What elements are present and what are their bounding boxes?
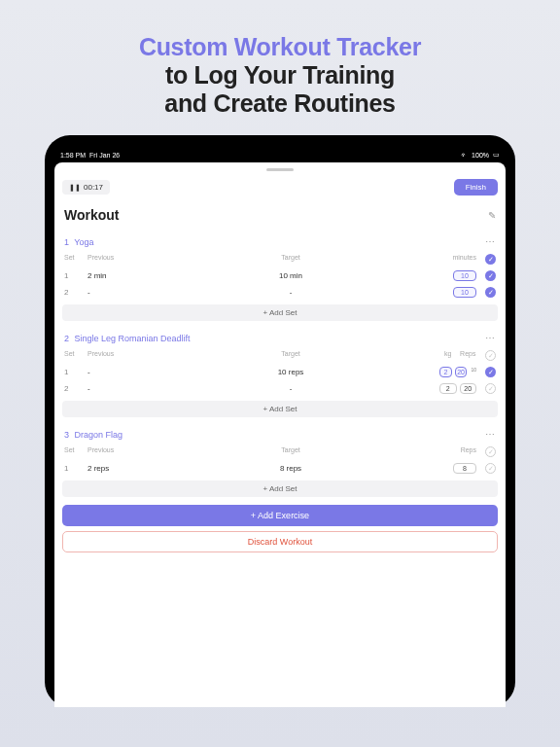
exercise-title[interactable]: 1 Yoga bbox=[64, 237, 94, 247]
workout-timer[interactable]: ❚❚ 00:17 bbox=[62, 180, 110, 195]
kg-input[interactable]: 2 bbox=[439, 383, 457, 394]
column-header: Set Previous Target minutes ✓ bbox=[54, 252, 506, 267]
exercise-block: 3 Dragon Flag ⋯ Set Previous Target Reps… bbox=[54, 425, 506, 497]
status-time: 1:58 PM bbox=[60, 152, 86, 159]
reps-input[interactable]: 20 bbox=[460, 383, 477, 394]
add-set-button[interactable]: + Add Set bbox=[62, 304, 498, 321]
tablet-frame: 1:58 PM Fri Jan 26 ᯤ 100% ▭ ❚❚ 00:17 Fin… bbox=[45, 135, 515, 707]
check-all-icon[interactable]: ✓ bbox=[485, 254, 496, 265]
battery-percent: 100% bbox=[472, 152, 489, 159]
reps-input[interactable]: 8 bbox=[453, 463, 476, 474]
exercise-block: 1 Yoga ⋯ Set Previous Target minutes ✓ 1… bbox=[54, 232, 506, 321]
kg-input[interactable]: 2 bbox=[439, 367, 452, 377]
promo-headline: Custom Workout Tracker to Log Your Train… bbox=[0, 0, 560, 135]
set-row: 2 - - 10 ✓ bbox=[54, 284, 506, 301]
exercise-block: 2 Single Leg Romanian Deadlift ⋯ Set Pre… bbox=[54, 329, 506, 417]
status-date: Fri Jan 26 bbox=[89, 152, 120, 159]
exercise-title[interactable]: 3 Dragon Flag bbox=[64, 430, 122, 440]
sheet-drag-handle[interactable] bbox=[266, 168, 294, 171]
finish-button[interactable]: Finish bbox=[454, 179, 498, 196]
app-screen: ❚❚ 00:17 Finish Workout ✎ 1 Yoga ⋯ Set P… bbox=[54, 162, 506, 707]
page-title: Workout bbox=[64, 207, 120, 223]
exercise-title[interactable]: 2 Single Leg Romanian Deadlift bbox=[64, 334, 191, 343]
column-header: Set Previous Target Reps ✓ bbox=[54, 445, 506, 460]
exercise-more-icon[interactable]: ⋯ bbox=[485, 333, 496, 343]
set-row: 1 2 reps 8 reps 8 ✓ bbox=[54, 460, 506, 477]
pause-icon: ❚❚ bbox=[69, 184, 81, 192]
set-row: 1 2 min 10 min 10 ✓ bbox=[54, 267, 506, 284]
minutes-input[interactable]: 10 bbox=[453, 270, 476, 281]
headline-line3: and Create Routines bbox=[19, 89, 541, 118]
exercise-more-icon[interactable]: ⋯ bbox=[485, 236, 496, 247]
set-row: 2 - - 2 20 ✓ bbox=[54, 380, 506, 397]
exercise-more-icon[interactable]: ⋯ bbox=[485, 429, 496, 440]
set-check-icon[interactable]: ✓ bbox=[485, 270, 496, 281]
edit-icon[interactable]: ✎ bbox=[488, 210, 496, 221]
set-row: 1 - 10 reps 2 2010 ✓ bbox=[54, 364, 506, 380]
set-check-icon[interactable]: ✓ bbox=[485, 463, 496, 474]
add-set-button[interactable]: + Add Set bbox=[62, 401, 498, 417]
headline-line1: Custom Workout Tracker bbox=[19, 33, 541, 61]
discard-workout-button[interactable]: Discard Workout bbox=[62, 531, 498, 552]
column-header: Set Previous Target kg Reps ✓ bbox=[54, 348, 506, 364]
set-check-icon[interactable]: ✓ bbox=[485, 367, 496, 377]
set-check-icon[interactable]: ✓ bbox=[485, 383, 496, 394]
minutes-input[interactable]: 10 bbox=[453, 287, 476, 298]
timer-value: 00:17 bbox=[84, 183, 103, 192]
reps-input[interactable]: 20 bbox=[455, 367, 468, 377]
status-bar: 1:58 PM Fri Jan 26 ᯤ 100% ▭ bbox=[54, 149, 506, 162]
add-set-button[interactable]: + Add Set bbox=[62, 480, 498, 497]
headline-line2: to Log Your Training bbox=[19, 61, 541, 89]
set-check-icon[interactable]: ✓ bbox=[485, 287, 496, 298]
top-bar: ❚❚ 00:17 Finish bbox=[54, 175, 506, 199]
wifi-icon: ᯤ bbox=[461, 152, 468, 159]
battery-icon: ▭ bbox=[493, 151, 500, 159]
check-all-icon[interactable]: ✓ bbox=[485, 446, 496, 457]
title-row: Workout ✎ bbox=[54, 199, 506, 232]
check-all-icon[interactable]: ✓ bbox=[485, 350, 496, 361]
add-exercise-button[interactable]: + Add Exercise bbox=[62, 505, 498, 526]
